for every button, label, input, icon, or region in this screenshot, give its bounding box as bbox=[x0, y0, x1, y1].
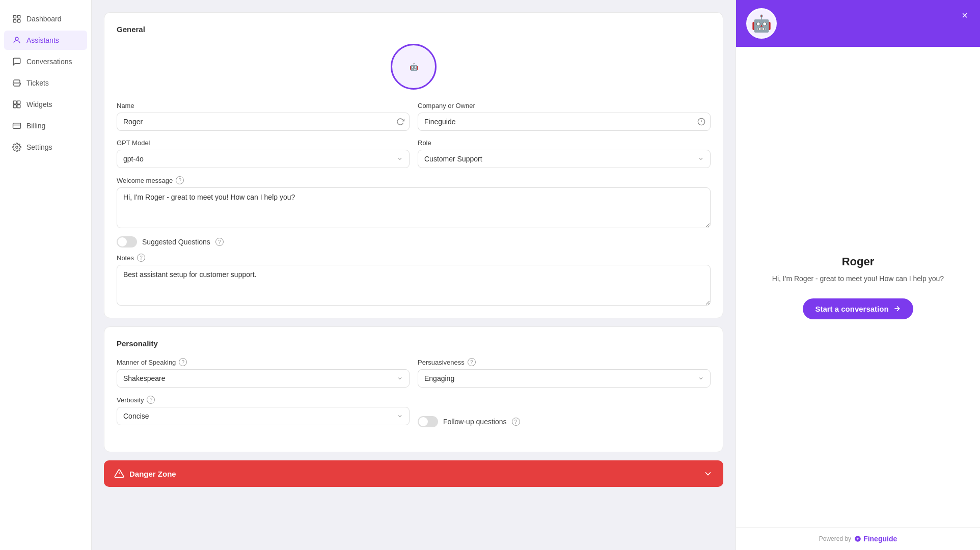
general-title: General bbox=[117, 25, 711, 34]
chat-header: 🤖 × bbox=[736, 0, 980, 47]
svg-rect-7 bbox=[13, 105, 16, 108]
danger-zone-left: Danger Zone bbox=[114, 469, 176, 479]
verbosity-label: Verbosity ? bbox=[117, 396, 410, 404]
personality-section: Personality Manner of Speaking ? Shakesp… bbox=[104, 326, 723, 452]
manner-label: Manner of Speaking ? bbox=[117, 358, 410, 366]
chat-close[interactable]: × bbox=[958, 8, 972, 22]
welcome-message-group: Welcome message ? Hi, I'm Roger - great … bbox=[117, 176, 711, 228]
welcome-message-input[interactable]: Hi, I'm Roger - great to meet you! How c… bbox=[117, 187, 711, 228]
chat-panel: 🤖 × Roger Hi, I'm Roger - great to meet … bbox=[736, 0, 980, 550]
sidebar-item-settings[interactable]: Settings bbox=[4, 138, 87, 157]
chat-body: Roger Hi, I'm Roger - great to meet you!… bbox=[736, 47, 980, 527]
sidebar-item-dashboard-label: Dashboard bbox=[26, 15, 62, 23]
info-icon-company[interactable] bbox=[697, 118, 705, 126]
persuasiveness-select[interactable]: Engaging Neutral Assertive bbox=[418, 369, 711, 388]
notes-info-icon[interactable]: ? bbox=[137, 254, 145, 262]
fineguide-logo: Fineguide bbox=[854, 535, 897, 543]
sidebar-item-assistants[interactable]: Assistants bbox=[4, 31, 87, 50]
follow-up-info-icon[interactable]: ? bbox=[512, 418, 520, 426]
general-section: General 🤖 Name Company or Owner bbox=[104, 12, 723, 318]
sidebar-item-billing[interactable]: Billing bbox=[4, 116, 87, 135]
refresh-icon[interactable] bbox=[396, 118, 404, 126]
sidebar-item-widgets-label: Widgets bbox=[26, 100, 52, 108]
sidebar-item-conversations-label: Conversations bbox=[26, 58, 72, 66]
company-input[interactable] bbox=[418, 113, 711, 131]
verbosity-select[interactable]: Concise Moderate Verbose bbox=[117, 407, 410, 425]
gpt-model-group: GPT Model gpt-4o gpt-4 gpt-3.5-turbo bbox=[117, 139, 410, 168]
gpt-model-select[interactable]: gpt-4o gpt-4 gpt-3.5-turbo bbox=[117, 150, 410, 168]
avatar[interactable]: 🤖 bbox=[391, 44, 437, 90]
sidebar-item-settings-label: Settings bbox=[26, 143, 52, 151]
notes-label: Notes ? bbox=[117, 254, 711, 262]
powered-by-label: Powered by bbox=[819, 535, 851, 542]
svg-rect-3 bbox=[18, 20, 20, 22]
suggested-questions-toggle[interactable] bbox=[117, 236, 137, 248]
danger-zone[interactable]: Danger Zone bbox=[104, 460, 723, 487]
manner-info-icon[interactable]: ? bbox=[179, 358, 187, 366]
warning-icon bbox=[114, 469, 124, 479]
tickets-icon bbox=[12, 78, 21, 88]
name-input[interactable] bbox=[117, 113, 410, 131]
follow-up-group: Follow-up questions ? bbox=[418, 396, 711, 431]
billing-icon bbox=[12, 121, 21, 130]
manner-group: Manner of Speaking ? Shakespeare Formal … bbox=[117, 358, 410, 388]
notes-group: Notes ? Best assistant setup for custome… bbox=[117, 254, 711, 306]
svg-rect-8 bbox=[17, 105, 20, 108]
dashboard-icon bbox=[12, 14, 21, 23]
start-conversation-button[interactable]: Start a conversation bbox=[803, 298, 913, 319]
verbosity-group: Verbosity ? Concise Moderate Verbose bbox=[117, 396, 410, 431]
persuasiveness-label: Persuasiveness ? bbox=[418, 358, 711, 366]
chevron-down-icon bbox=[703, 469, 713, 479]
chat-footer: Powered by Fineguide bbox=[736, 527, 980, 550]
fineguide-brand-label: Fineguide bbox=[863, 535, 897, 543]
verbosity-info-icon[interactable]: ? bbox=[147, 396, 155, 404]
sidebar-item-dashboard[interactable]: Dashboard bbox=[4, 9, 87, 29]
fineguide-logo-icon bbox=[854, 535, 861, 542]
role-group: Role Customer Support Sales Technical bbox=[418, 139, 711, 168]
chat-assistant-name: Roger bbox=[842, 255, 875, 268]
suggested-questions-label: Suggested Questions bbox=[142, 238, 210, 246]
avatar-container: 🤖 bbox=[117, 44, 711, 90]
svg-rect-1 bbox=[18, 15, 20, 18]
danger-zone-label: Danger Zone bbox=[129, 470, 176, 478]
chat-welcome-message: Hi, I'm Roger - great to meet you! How c… bbox=[772, 273, 944, 284]
sidebar: Dashboard Assistants Conversations Ticke… bbox=[0, 0, 92, 550]
svg-rect-0 bbox=[13, 15, 16, 18]
follow-up-label: Follow-up questions bbox=[443, 418, 507, 426]
sidebar-item-billing-label: Billing bbox=[26, 122, 45, 130]
company-group: Company or Owner bbox=[418, 102, 711, 131]
welcome-message-label: Welcome message ? bbox=[117, 176, 711, 184]
role-label: Role bbox=[418, 139, 711, 147]
main-content: General 🤖 Name Company or Owner bbox=[92, 0, 736, 550]
assistant-icon bbox=[12, 36, 21, 45]
company-label: Company or Owner bbox=[418, 102, 711, 109]
sidebar-item-assistants-label: Assistants bbox=[26, 36, 59, 44]
persuasiveness-group: Persuasiveness ? Engaging Neutral Assert… bbox=[418, 358, 711, 388]
follow-up-row: Follow-up questions ? bbox=[418, 416, 711, 427]
name-label: Name bbox=[117, 102, 410, 109]
svg-rect-5 bbox=[13, 101, 16, 104]
sidebar-item-conversations[interactable]: Conversations bbox=[4, 52, 87, 71]
chat-avatar: 🤖 bbox=[746, 8, 777, 39]
personality-title: Personality bbox=[117, 339, 711, 348]
notes-input[interactable]: Best assistant setup for customer suppor… bbox=[117, 265, 711, 306]
persuasiveness-info-icon[interactable]: ? bbox=[468, 358, 476, 366]
sidebar-item-tickets-label: Tickets bbox=[26, 79, 49, 87]
svg-rect-6 bbox=[17, 101, 20, 104]
start-conversation-label: Start a conversation bbox=[815, 305, 888, 313]
company-input-wrapper bbox=[418, 113, 711, 131]
sidebar-item-tickets[interactable]: Tickets bbox=[4, 73, 87, 93]
widgets-icon bbox=[12, 100, 21, 109]
suggested-questions-info-icon[interactable]: ? bbox=[215, 238, 224, 246]
chat-robot-emoji: 🤖 bbox=[751, 14, 772, 33]
manner-select[interactable]: Shakespeare Formal Casual Friendly bbox=[117, 369, 410, 388]
robot-emoji: 🤖 bbox=[410, 63, 418, 71]
conversations-icon bbox=[12, 57, 21, 66]
welcome-info-icon[interactable]: ? bbox=[176, 176, 184, 184]
sidebar-item-widgets[interactable]: Widgets bbox=[4, 95, 87, 114]
suggested-questions-row: Suggested Questions ? bbox=[117, 236, 711, 248]
follow-up-toggle[interactable] bbox=[418, 416, 438, 427]
svg-rect-2 bbox=[13, 20, 16, 22]
svg-point-11 bbox=[16, 146, 18, 149]
role-select[interactable]: Customer Support Sales Technical bbox=[418, 150, 711, 168]
